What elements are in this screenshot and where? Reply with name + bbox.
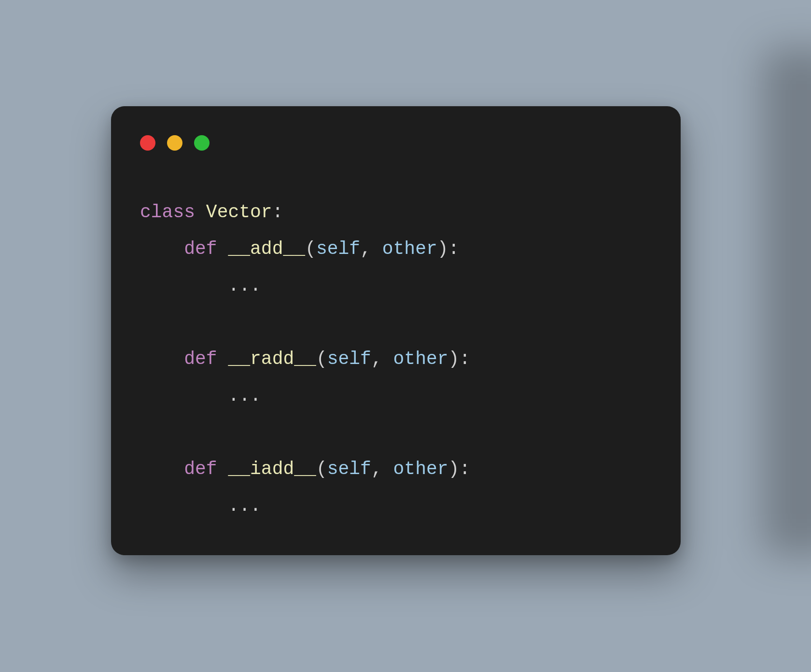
background-shadow bbox=[763, 48, 811, 555]
indent bbox=[140, 275, 228, 296]
close-paren: ) bbox=[437, 238, 448, 259]
maximize-icon[interactable] bbox=[194, 135, 210, 151]
param-other: other bbox=[382, 238, 437, 259]
ellipsis: ... bbox=[228, 495, 261, 516]
class-name: Vector bbox=[206, 202, 272, 223]
keyword-def: def bbox=[184, 349, 217, 369]
open-paren: ( bbox=[305, 238, 316, 259]
param-self: self bbox=[327, 349, 371, 369]
param-other: other bbox=[393, 349, 448, 369]
method-name-add: __add__ bbox=[228, 238, 305, 259]
param-self: self bbox=[316, 238, 360, 259]
code-content: class Vector: def __add__(self, other): … bbox=[140, 194, 652, 524]
ellipsis: ... bbox=[228, 275, 261, 296]
open-paren: ( bbox=[316, 459, 327, 479]
param-self: self bbox=[327, 459, 371, 479]
indent bbox=[140, 459, 184, 479]
indent bbox=[140, 385, 228, 406]
comma: , bbox=[371, 459, 393, 479]
colon: : bbox=[459, 349, 470, 369]
keyword-def: def bbox=[184, 459, 217, 479]
colon: : bbox=[448, 238, 460, 259]
keyword-class: class bbox=[140, 202, 195, 223]
comma: , bbox=[371, 349, 393, 369]
keyword-def: def bbox=[184, 238, 217, 259]
window-controls bbox=[140, 135, 652, 151]
close-icon[interactable] bbox=[140, 135, 155, 151]
indent bbox=[140, 495, 228, 516]
indent bbox=[140, 349, 184, 369]
code-window: class Vector: def __add__(self, other): … bbox=[111, 106, 681, 555]
param-other: other bbox=[393, 459, 448, 479]
minimize-icon[interactable] bbox=[167, 135, 182, 151]
close-paren: ) bbox=[448, 349, 460, 369]
close-paren: ) bbox=[448, 459, 460, 479]
comma: , bbox=[360, 238, 382, 259]
colon: : bbox=[272, 202, 283, 223]
method-name-radd: __radd__ bbox=[228, 349, 316, 369]
ellipsis: ... bbox=[228, 385, 261, 406]
method-name-iadd: __iadd__ bbox=[228, 459, 316, 479]
colon: : bbox=[459, 459, 470, 479]
indent bbox=[140, 238, 184, 259]
open-paren: ( bbox=[316, 349, 327, 369]
